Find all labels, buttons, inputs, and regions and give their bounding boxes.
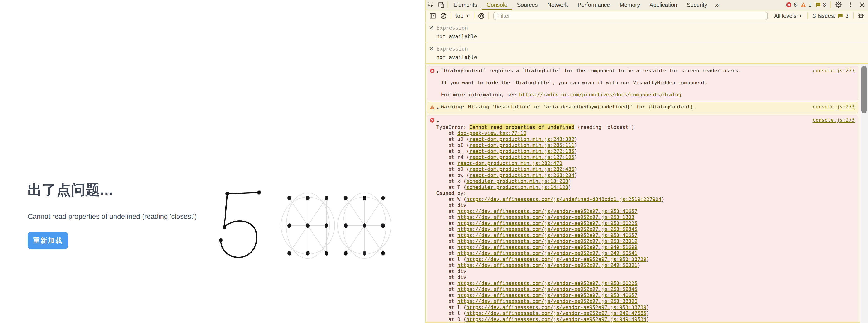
tab-memory[interactable]: Memory (615, 0, 645, 9)
console-link[interactable]: https://dev.affineassets.com/js/vendor-a… (466, 304, 646, 310)
reload-button[interactable]: 重新加载 (28, 232, 68, 249)
expression-label[interactable]: Expression (436, 25, 468, 31)
devtools-tabbar: ElementsConsoleSourcesNetworkPerformance… (426, 0, 868, 10)
console-text: at T ( (436, 184, 466, 190)
console-link[interactable]: https://dev.affineassets.com/js/vendor-a… (457, 226, 638, 232)
console-text: at (436, 245, 457, 250)
error-count-icon[interactable] (786, 2, 792, 8)
console-link[interactable]: https://dev.affineassets.com/js/vendor-a… (457, 232, 638, 238)
remove-expression-icon[interactable]: ✕ (429, 25, 434, 31)
console-link[interactable]: https://radix-ui.com/primitives/docs/com… (519, 92, 681, 97)
tab-sources[interactable]: Sources (512, 0, 542, 9)
warning-message-text: Warning: Missing `Description` or `aria-… (441, 104, 811, 110)
console-text: at (436, 130, 457, 136)
warning-count: 1 (808, 2, 811, 8)
console-text: ) (568, 178, 571, 184)
console-link[interactable]: https://dev.affineassets.com/js/vendor-a… (457, 298, 638, 304)
device-toolbar-icon[interactable] (436, 0, 446, 9)
console-scrollbar[interactable] (860, 64, 868, 323)
filter-input[interactable] (493, 11, 768, 20)
console-link[interactable]: scheduler.production.min.js:14:128 (466, 184, 568, 190)
console-text: at l ( (436, 256, 466, 262)
console-link[interactable]: react-dom.production.min.js:243:332 (469, 136, 575, 142)
console-link[interactable]: https://dev.affineassets.com/js/vendor-a… (457, 208, 638, 214)
console-link[interactable]: scheduler.production.min.js:13:203 (466, 178, 568, 184)
stack-trace-line: at T (scheduler.production.min.js:14:128… (436, 184, 855, 191)
stack-trace-line: at https://dev.affineassets.com/js/vendo… (436, 292, 855, 298)
console-link[interactable]: https://dev.affineassets.com/js/vendor-a… (457, 292, 638, 298)
console-text: TypeError: (436, 124, 469, 130)
inspect-element-icon[interactable] (426, 0, 436, 9)
console-text: Caused by: (436, 190, 466, 196)
tab-performance[interactable]: Performance (573, 0, 615, 9)
console-link[interactable]: https://dev.affineassets.com/js/vendor-a… (466, 316, 646, 322)
warning-count-icon[interactable] (800, 2, 806, 8)
more-tabs-button[interactable]: » (712, 1, 722, 9)
expand-triangle-icon[interactable]: ▶ (437, 105, 439, 111)
chevron-down-icon: ▼ (466, 14, 469, 18)
kebab-menu-icon[interactable] (845, 0, 855, 9)
console-link[interactable]: https://dev.affineassets.com/js/vendor-a… (457, 250, 638, 256)
stack-trace-line: at https://dev.affineassets.com/js/vendo… (436, 250, 855, 256)
console-error-typeerror: ▶ console.js:273 TypeError: Cannot read … (427, 115, 858, 323)
console-link[interactable]: https://dev.affineassets.com/js/vendor-a… (457, 262, 638, 268)
console-link[interactable]: https://dev.affineassets.com/js/vendor-a… (466, 256, 646, 262)
error-icon (430, 118, 435, 123)
console-link[interactable]: react-dom.production.min.js:282:470 (457, 160, 562, 166)
close-devtools-icon[interactable] (857, 0, 867, 9)
clear-console-icon[interactable] (439, 11, 448, 21)
expand-triangle-icon[interactable]: ▶ (437, 69, 439, 75)
expand-triangle-icon[interactable]: ▶ (437, 118, 439, 124)
console-text: at (436, 292, 457, 298)
tab-application[interactable]: Application (645, 0, 682, 9)
console-settings-gear-icon[interactable] (856, 11, 866, 21)
stack-trace-line: at ow (react-dom.production.min.js:268:2… (436, 172, 855, 179)
console-link[interactable]: react-dom.production.min.js:282:486 (469, 166, 575, 172)
source-location-link[interactable]: console.js:273 (813, 68, 855, 74)
stack-trace-line: at https://dev.affineassets.com/js/vendo… (436, 226, 855, 232)
console-text: ) (646, 304, 649, 310)
live-expression-eye-icon[interactable] (476, 11, 486, 21)
console-sidebar-toggle-icon[interactable] (428, 11, 437, 21)
console-link[interactable]: https://dev.affineassets.com/js/vendor-a… (457, 245, 638, 250)
console-link[interactable]: react-dom.production.min.js:285:111 (469, 142, 575, 148)
tab-console[interactable]: Console (482, 0, 512, 9)
issues-counter[interactable]: 3 Issues: 3 (810, 13, 851, 19)
source-location-link[interactable]: console.js:273 (813, 117, 855, 123)
source-location-link[interactable]: console.js:273 (813, 104, 855, 110)
console-link[interactable]: https://dev.affineassets.com/js/undefine… (466, 196, 661, 202)
console-text: ) (646, 310, 649, 316)
remove-expression-icon[interactable]: ✕ (429, 46, 434, 52)
stack-trace-line: at https://dev.affineassets.com/js/vendo… (436, 298, 855, 304)
tab-network[interactable]: Network (542, 0, 573, 9)
settings-gear-icon[interactable] (834, 0, 843, 9)
console-link[interactable]: react-dom.production.min.js:268:234 (469, 172, 575, 178)
console-link[interactable]: https://dev.affineassets.com/js/vendor-a… (457, 238, 638, 244)
frame-context-dropdown[interactable]: top ▼ (453, 13, 472, 19)
tab-security[interactable]: Security (682, 0, 712, 9)
console-text: ) (574, 142, 577, 148)
expression-label[interactable]: Expression (436, 46, 468, 52)
error-page-title: 出了点问题... (28, 180, 113, 199)
console-link[interactable]: https://dev.affineassets.com/js/vendor-a… (457, 220, 638, 226)
scrollbar-thumb[interactable] (861, 66, 867, 113)
expression-value: not available (436, 54, 865, 60)
console-link[interactable]: https://dev.affineassets.com/js/vendor-a… (466, 310, 646, 316)
console-link[interactable]: https://dev.affineassets.com/js/vendor-a… (457, 281, 638, 286)
stack-trace-line: at doc-peek-view.tsx:77:10 (436, 130, 855, 136)
stack-trace-line: at x (scheduler.production.min.js:13:203… (436, 178, 855, 184)
console-link[interactable]: react-dom.production.min.js:127:105 (469, 154, 575, 160)
console-link[interactable]: react-dom.production.min.js:272:185 (469, 148, 575, 154)
console-link[interactable]: doc-peek-view.tsx:77:10 (457, 130, 526, 136)
console-text: ) (637, 262, 640, 268)
console-text: at (436, 238, 457, 244)
console-link[interactable]: https://dev.affineassets.com/js/vendor-a… (457, 286, 638, 292)
console-text: at x ( (436, 178, 466, 184)
message-count-icon[interactable] (815, 2, 821, 8)
log-levels-dropdown[interactable]: All levels ▼ (771, 13, 805, 19)
console-text: at (436, 226, 457, 232)
digit-five (221, 193, 259, 257)
devtools-panel: ElementsConsoleSourcesNetworkPerformance… (425, 0, 868, 323)
console-link[interactable]: https://dev.affineassets.com/js/vendor-a… (457, 214, 634, 220)
tab-elements[interactable]: Elements (449, 0, 482, 9)
